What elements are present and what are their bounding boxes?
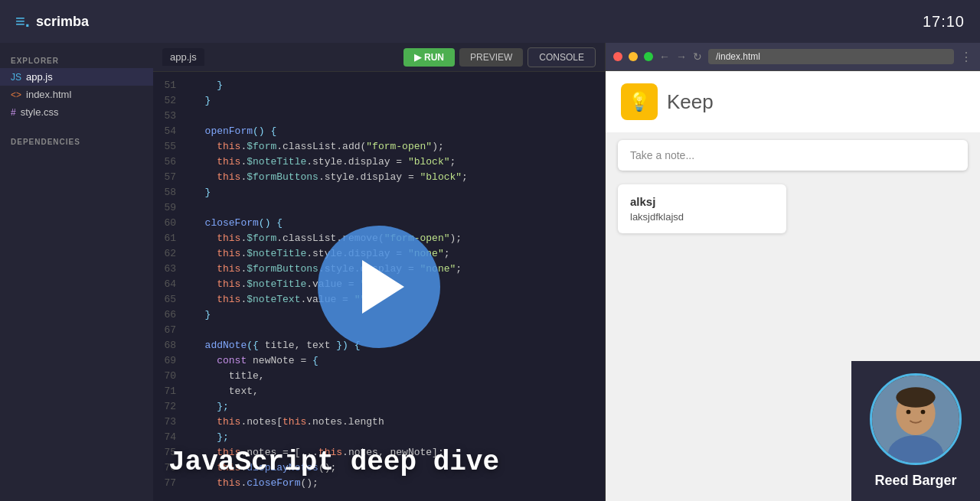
dependencies-label: DEPENDENCIES bbox=[0, 133, 153, 149]
code-line: } bbox=[193, 78, 596, 93]
video-title: JavaScript deep dive bbox=[168, 447, 499, 478]
refresh-button[interactable]: ↻ bbox=[693, 50, 702, 63]
code-line: this.$noteTitle.style.display = "block"; bbox=[193, 155, 596, 170]
avatar-section: Reed Barger bbox=[851, 361, 980, 501]
explorer-label: EXPLORER bbox=[0, 52, 153, 68]
play-triangle-icon bbox=[362, 260, 404, 314]
code-line: title, bbox=[193, 369, 596, 384]
logo-icon: ≡. bbox=[15, 11, 30, 31]
preview-button[interactable]: PREVIEW bbox=[459, 48, 523, 67]
sidebar: EXPLORER JS app.js <> index.html # style… bbox=[0, 43, 153, 501]
keep-header: 💡 Keep bbox=[606, 71, 980, 132]
js-icon: JS bbox=[11, 72, 21, 83]
avatar-svg bbox=[872, 373, 959, 465]
forward-button[interactable]: → bbox=[676, 50, 687, 63]
avatar-name: Reed Barger bbox=[874, 473, 956, 489]
code-line: } bbox=[193, 93, 596, 109]
svg-point-3 bbox=[896, 387, 935, 408]
play-button[interactable] bbox=[318, 226, 440, 348]
preview-panel: ← → ↻ ⋮ 💡 Keep Take a note... alksj laks… bbox=[605, 43, 980, 501]
note-title: alksj bbox=[630, 195, 774, 208]
code-line bbox=[193, 200, 596, 216]
toolbar-buttons: ▶ RUN PREVIEW CONSOLE bbox=[403, 47, 596, 67]
code-line: const newNote = { bbox=[193, 353, 596, 369]
run-label: RUN bbox=[424, 52, 444, 63]
logo-text: scrimba bbox=[36, 14, 89, 30]
svg-point-5 bbox=[921, 410, 926, 415]
sidebar-item-stylecss[interactable]: # style.css bbox=[0, 103, 153, 121]
file-name-stylecss: style.css bbox=[21, 106, 59, 118]
code-line: this.$form.classList.add("form-open"); bbox=[193, 139, 596, 155]
editor-toolbar: app.js ▶ RUN PREVIEW CONSOLE bbox=[153, 43, 605, 72]
take-note-bar[interactable]: Take a note... bbox=[618, 140, 968, 171]
html-icon: <> bbox=[11, 89, 21, 100]
topbar-time: 17:10 bbox=[923, 13, 965, 31]
code-line: openForm() { bbox=[193, 124, 596, 139]
css-icon: # bbox=[11, 107, 16, 118]
file-name-indexhtml: index.html bbox=[26, 89, 71, 100]
logo: ≡. scrimba bbox=[15, 11, 89, 31]
keep-title: Keep bbox=[667, 90, 714, 114]
dot-red[interactable] bbox=[613, 52, 622, 61]
line-numbers: 5152535455 5657585960 6162636465 6667686… bbox=[153, 72, 184, 501]
run-button[interactable]: ▶ RUN bbox=[403, 48, 455, 67]
code-line: this.closeForm(); bbox=[193, 476, 596, 491]
dot-green[interactable] bbox=[644, 52, 653, 61]
code-editor[interactable]: 5152535455 5657585960 6162636465 6667686… bbox=[153, 72, 605, 501]
main-layout: EXPLORER JS app.js <> index.html # style… bbox=[0, 43, 980, 501]
console-button[interactable]: CONSOLE bbox=[528, 47, 596, 67]
code-line: } bbox=[193, 185, 596, 200]
file-tab[interactable]: app.js bbox=[162, 48, 204, 66]
keep-icon: 💡 bbox=[621, 83, 658, 120]
url-bar[interactable] bbox=[708, 49, 954, 64]
svg-point-4 bbox=[906, 410, 911, 415]
code-line: this.notes[this.notes.length bbox=[193, 415, 596, 430]
editor-container: app.js ▶ RUN PREVIEW CONSOLE 5152535455 … bbox=[153, 43, 605, 501]
note-body: laksjdfklajsd bbox=[630, 211, 774, 223]
code-line bbox=[193, 109, 596, 124]
dot-yellow[interactable] bbox=[629, 52, 638, 61]
back-button[interactable]: ← bbox=[659, 50, 670, 63]
note-card: alksj laksjdfklajsd bbox=[618, 184, 786, 233]
code-line: text, bbox=[193, 384, 596, 399]
code-line: }; bbox=[193, 399, 596, 415]
browser-bar: ← → ↻ ⋮ bbox=[606, 43, 980, 71]
sidebar-item-indexhtml[interactable]: <> index.html bbox=[0, 86, 153, 103]
code-line: }; bbox=[193, 430, 596, 445]
avatar bbox=[870, 373, 962, 465]
browser-menu-button[interactable]: ⋮ bbox=[960, 50, 972, 64]
run-icon: ▶ bbox=[414, 52, 421, 63]
topbar: ≡. scrimba 17:10 bbox=[0, 0, 980, 43]
sidebar-item-appjs[interactable]: JS app.js bbox=[0, 68, 153, 86]
file-name-appjs: app.js bbox=[26, 71, 53, 83]
code-line: this.$formButtons.style.display = "block… bbox=[193, 170, 596, 185]
